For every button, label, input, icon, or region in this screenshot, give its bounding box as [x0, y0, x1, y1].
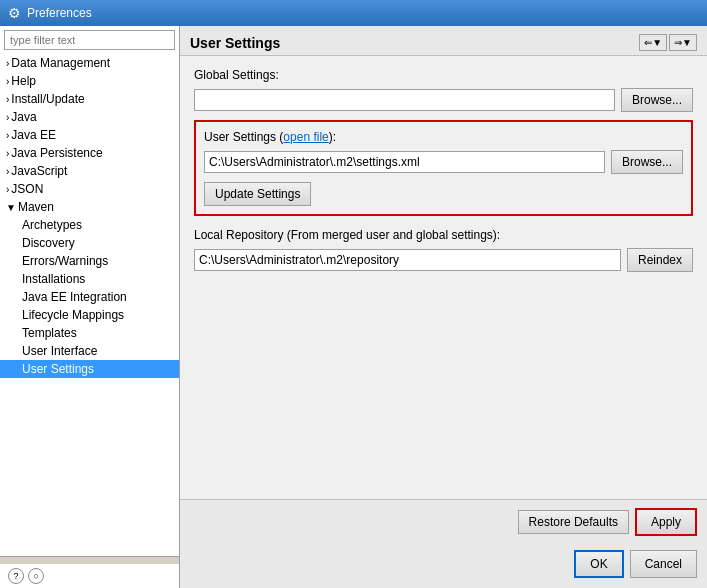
nav-back-btn[interactable]: ⇐▼ — [639, 34, 667, 51]
right-panel: User Settings ⇐▼ ⇒▼ Global Settings: Bro… — [180, 26, 707, 588]
button-bar: Restore Defaults Apply — [180, 499, 707, 544]
panel-nav: ⇐▼ ⇒▼ — [639, 34, 697, 51]
tree-item-user-settings[interactable]: User Settings — [0, 360, 179, 378]
reindex-btn[interactable]: Reindex — [627, 248, 693, 272]
panel-content: Global Settings: Browse... User Settings… — [180, 56, 707, 499]
restore-defaults-btn[interactable]: Restore Defaults — [518, 510, 629, 534]
filter-input[interactable] — [4, 30, 175, 50]
local-repo-row: Reindex — [194, 248, 693, 272]
tree-item-user-interface[interactable]: User Interface — [0, 342, 179, 360]
nav-forward-btn[interactable]: ⇒▼ — [669, 34, 697, 51]
tree-item-java[interactable]: ›Java — [0, 108, 179, 126]
tree-container: ›Data Management›Help›Install/Update›Jav… — [0, 54, 179, 556]
help-icon[interactable]: ? — [8, 568, 24, 584]
local-repo-path-input[interactable] — [194, 249, 621, 271]
global-settings-row: Browse... — [194, 88, 693, 112]
local-repo-label: Local Repository (From merged user and g… — [194, 228, 693, 242]
cancel-btn[interactable]: Cancel — [630, 550, 697, 578]
dialog: ›Data Management›Help›Install/Update›Jav… — [0, 26, 707, 588]
user-settings-path-row: Browse... — [204, 150, 683, 174]
preferences-icon: ⚙ — [8, 5, 21, 21]
global-settings-browse-btn[interactable]: Browse... — [621, 88, 693, 112]
tree-item-maven[interactable]: ▼Maven — [0, 198, 179, 216]
panel-header: User Settings ⇐▼ ⇒▼ — [180, 26, 707, 56]
apply-btn[interactable]: Apply — [635, 508, 697, 536]
ok-btn[interactable]: OK — [574, 550, 623, 578]
tree-item-install/update[interactable]: ›Install/Update — [0, 90, 179, 108]
tree-item-data-management[interactable]: ›Data Management — [0, 54, 179, 72]
global-settings-label: Global Settings: — [194, 68, 693, 82]
tree-item-lifecycle-mappings[interactable]: Lifecycle Mappings — [0, 306, 179, 324]
tree-item-archetypes[interactable]: Archetypes — [0, 216, 179, 234]
user-settings-box: User Settings (open file): Browse... Upd… — [194, 120, 693, 216]
user-settings-browse-btn[interactable]: Browse... — [611, 150, 683, 174]
tree-item-java-persistence[interactable]: ›Java Persistence — [0, 144, 179, 162]
tree-item-json[interactable]: ›JSON — [0, 180, 179, 198]
update-settings-btn[interactable]: Update Settings — [204, 182, 311, 206]
update-settings-row: Update Settings — [204, 182, 683, 206]
info-icon[interactable]: ○ — [28, 568, 44, 584]
title-bar: ⚙ Preferences — [0, 0, 707, 26]
ok-cancel-row: OK Cancel — [180, 544, 707, 588]
tree-item-templates[interactable]: Templates — [0, 324, 179, 342]
tree-item-errors/warnings[interactable]: Errors/Warnings — [0, 252, 179, 270]
tree-item-discovery[interactable]: Discovery — [0, 234, 179, 252]
tree-item-help[interactable]: ›Help — [0, 72, 179, 90]
tree-item-java-ee-integration[interactable]: Java EE Integration — [0, 288, 179, 306]
tree-item-java-ee[interactable]: ›Java EE — [0, 126, 179, 144]
local-repo-section: Local Repository (From merged user and g… — [194, 228, 693, 272]
user-settings-label: User Settings (open file): — [204, 130, 683, 144]
sidebar-scroll-area — [0, 556, 179, 564]
sidebar-bottom-icons: ? ○ — [0, 564, 179, 588]
global-settings-input[interactable] — [194, 89, 615, 111]
open-file-link[interactable]: open file — [283, 130, 328, 144]
sidebar: ›Data Management›Help›Install/Update›Jav… — [0, 26, 180, 588]
panel-title: User Settings — [190, 35, 280, 51]
title-bar-text: Preferences — [27, 6, 92, 20]
content-area: ›Data Management›Help›Install/Update›Jav… — [0, 26, 707, 588]
tree-item-javascript[interactable]: ›JavaScript — [0, 162, 179, 180]
tree-item-installations[interactable]: Installations — [0, 270, 179, 288]
user-settings-path-input[interactable] — [204, 151, 605, 173]
